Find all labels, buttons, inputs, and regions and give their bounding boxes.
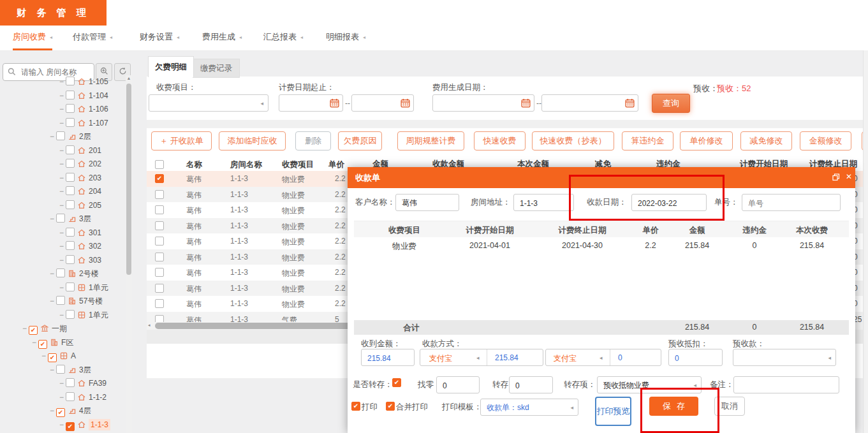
tree-expand-toggle[interactable]: − — [59, 311, 64, 319]
tree-item-一期[interactable]: −✔一期 — [22, 322, 67, 335]
toolbar-button-减免修改[interactable]: 减免修改 — [740, 131, 792, 150]
toolbar-button-单价修改[interactable]: 单价修改 — [680, 131, 733, 150]
tree-expand-toggle[interactable]: − — [50, 269, 54, 278]
tree-expand-toggle[interactable]: − — [59, 105, 64, 114]
remark-field[interactable] — [733, 376, 839, 393]
tree-checkbox[interactable] — [66, 283, 75, 291]
row-checkbox[interactable] — [155, 315, 164, 323]
date-end-input[interactable] — [351, 94, 414, 112]
tree-item-201[interactable]: −201 — [59, 144, 101, 158]
tree-item-203[interactable]: −203 — [59, 172, 101, 185]
tree-checkbox[interactable] — [66, 378, 75, 387]
transfer-checkbox[interactable]: ✔ — [392, 378, 401, 387]
tree-item-3层[interactable]: −3层 — [50, 363, 91, 377]
row-checkbox[interactable] — [155, 221, 164, 230]
tree-item-1-107[interactable]: −1-107 — [59, 117, 108, 130]
modal-header[interactable]: 收款单 ✕ — [348, 167, 855, 188]
tree-expand-toggle[interactable]: − — [50, 365, 54, 374]
tree-checkbox[interactable] — [66, 200, 75, 209]
col-header-fee-item[interactable]: 收费项目 — [282, 159, 314, 170]
toolbar-button-开收款单[interactable]: ＋ 开收款单 — [151, 131, 212, 150]
tree-checkbox[interactable] — [66, 104, 75, 113]
toolbar-button-金额修改[interactable]: 金额修改 — [800, 131, 851, 150]
tree-item-1-105[interactable]: −1-105 — [59, 75, 108, 89]
row-checkbox[interactable] — [155, 205, 164, 214]
tree-checkbox[interactable] — [56, 365, 65, 374]
calendar-icon[interactable] — [625, 98, 635, 110]
receipt-date-field[interactable] — [631, 194, 707, 211]
tree-expand-toggle[interactable]: − — [59, 91, 64, 100]
save-button[interactable]: 保存 — [649, 397, 698, 416]
tree-item-1-106[interactable]: −1-106 — [59, 103, 108, 116]
tree-item-2层[interactable]: −2层 — [50, 130, 91, 143]
tree-expand-toggle[interactable]: − — [50, 406, 54, 415]
toolbar-button-删除[interactable]: 删除 — [295, 131, 331, 150]
select-all-checkbox[interactable] — [155, 160, 164, 169]
tree-item-4层[interactable]: −✔4层 — [50, 404, 91, 418]
calendar-icon[interactable] — [401, 98, 410, 110]
tree-checkbox[interactable] — [66, 310, 75, 319]
tree-checkbox[interactable]: ✔ — [38, 340, 47, 349]
received-amount-field[interactable] — [361, 349, 415, 366]
tree-checkbox[interactable] — [66, 118, 75, 127]
toolbar-button-周期规整计费[interactable]: 周期规整计费 — [397, 131, 464, 150]
payment-method-1-amount[interactable]: 215.84 — [495, 353, 519, 362]
tree-scrollbar-thumb[interactable] — [126, 84, 131, 275]
tree-checkbox[interactable] — [66, 173, 75, 182]
fee-item-select[interactable]: ◂ — [149, 94, 268, 112]
tree-checkbox[interactable] — [66, 255, 75, 264]
payment-method-2-amount[interactable]: 0 — [618, 353, 622, 362]
tree-checkbox[interactable] — [56, 296, 65, 305]
row-checkbox[interactable] — [155, 284, 164, 293]
prepaid-deduct-field[interactable] — [668, 349, 723, 366]
tab-arrears-detail[interactable]: 欠费明细 — [148, 56, 194, 77]
tree-expand-toggle[interactable]: − — [50, 297, 54, 305]
query-button[interactable]: 查询 — [652, 94, 690, 113]
tree-checkbox[interactable] — [56, 131, 65, 140]
receipt-number-field[interactable] — [742, 194, 841, 211]
toolbar-button-快速收费[interactable]: 快速收费 — [474, 131, 526, 150]
tree-expand-toggle[interactable]: − — [59, 201, 64, 210]
toolbar-button-快速收费（抄表）[interactable]: 快速收费（抄表） — [532, 131, 614, 150]
payment-method-2-select[interactable]: 支付宝 — [554, 353, 577, 364]
tree-expand-toggle[interactable]: − — [59, 283, 64, 292]
tree-item-3层[interactable]: −3层 — [50, 212, 91, 226]
row-checkbox[interactable] — [155, 268, 164, 277]
tree-checkbox[interactable] — [66, 77, 75, 85]
row-checkbox[interactable] — [155, 237, 164, 246]
tree-item-301[interactable]: −301 — [59, 226, 101, 240]
tree-checkbox[interactable] — [56, 268, 65, 277]
tree-item-303[interactable]: −303 — [59, 254, 101, 267]
close-icon[interactable]: ✕ — [846, 172, 852, 181]
tree-expand-toggle[interactable]: − — [59, 77, 64, 86]
col-header-room[interactable]: 房间名称 — [230, 159, 262, 170]
tree-checkbox[interactable] — [66, 228, 75, 237]
tree-checkbox[interactable] — [66, 91, 75, 99]
tree-expand-toggle[interactable]: − — [59, 173, 64, 182]
transfer-item-select[interactable]: ◂ — [597, 376, 702, 393]
tree-checkbox[interactable] — [66, 186, 75, 195]
generated-start-input[interactable] — [432, 94, 534, 112]
tree-expand-toggle[interactable]: − — [59, 242, 64, 251]
tree-checkbox[interactable]: ✔ — [66, 422, 75, 431]
tree-item-FA39[interactable]: −FA39 — [59, 377, 107, 390]
tree-checkbox[interactable] — [66, 159, 75, 168]
calendar-icon[interactable] — [521, 98, 531, 110]
payment-method-1-select[interactable]: 支付宝 — [429, 353, 452, 364]
row-checkbox[interactable] — [155, 299, 164, 308]
print-preview-button[interactable]: 打印预览 — [595, 397, 631, 426]
tree-scrollbar[interactable]: ▲ — [126, 75, 132, 433]
tree-item-1单元[interactable]: −1单元 — [59, 309, 108, 322]
tree-item-57号楼[interactable]: −57号楼 — [50, 295, 103, 308]
tree-expand-toggle[interactable]: − — [59, 119, 64, 128]
tree-expand-toggle[interactable]: − — [59, 228, 64, 237]
tree-item-2号楼[interactable]: −2号楼 — [50, 267, 99, 281]
col-header-name[interactable]: 名称 — [186, 159, 202, 170]
tree-item-F区[interactable]: −✔F区 — [32, 336, 73, 349]
scroll-up-icon[interactable]: ▲ — [126, 76, 132, 80]
tree-item-302[interactable]: −302 — [59, 240, 101, 253]
window-scrollbar-track[interactable] — [863, 50, 868, 433]
transfer-amount-field[interactable] — [509, 376, 553, 393]
nav-item-6[interactable]: 明细报表◂ — [326, 26, 365, 48]
row-checkbox[interactable]: ✔ — [155, 174, 164, 183]
